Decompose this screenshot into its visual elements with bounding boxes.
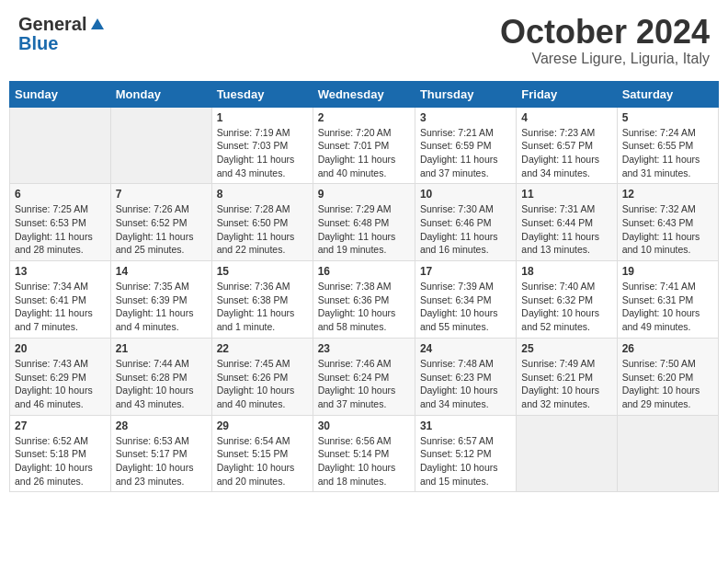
day-number: 26 [622,342,713,355]
logo-icon [89,17,106,33]
calendar-day-cell: 13Sunrise: 7:34 AMSunset: 6:41 PMDayligh… [10,261,111,339]
calendar-day-cell: 19Sunrise: 7:41 AMSunset: 6:31 PMDayligh… [617,261,718,339]
calendar-day-cell: 6Sunrise: 7:25 AMSunset: 6:53 PMDaylight… [10,184,111,261]
calendar-week-row: 1Sunrise: 7:19 AMSunset: 7:03 PMDaylight… [10,107,719,184]
day-number: 15 [217,265,308,278]
calendar-day-cell: 4Sunrise: 7:23 AMSunset: 6:57 PMDaylight… [517,107,617,184]
calendar-day-cell: 8Sunrise: 7:28 AMSunset: 6:50 PMDaylight… [211,184,313,261]
day-info: Sunrise: 7:36 AMSunset: 6:38 PMDaylight:… [217,280,308,334]
day-info: Sunrise: 7:38 AMSunset: 6:36 PMDaylight:… [318,280,410,334]
day-number: 17 [420,265,511,278]
day-number: 4 [521,111,611,124]
svg-marker-0 [91,18,104,29]
calendar-day-cell: 16Sunrise: 7:38 AMSunset: 6:36 PMDayligh… [313,261,415,339]
day-info: Sunrise: 7:44 AMSunset: 6:28 PMDaylight:… [116,357,207,411]
calendar-week-row: 13Sunrise: 7:34 AMSunset: 6:41 PMDayligh… [10,261,719,339]
calendar-day-cell: 18Sunrise: 7:40 AMSunset: 6:32 PMDayligh… [517,261,617,339]
day-info: Sunrise: 7:21 AMSunset: 6:59 PMDaylight:… [420,126,511,180]
day-number: 23 [318,342,410,355]
calendar-day-cell: 23Sunrise: 7:46 AMSunset: 6:24 PMDayligh… [313,338,415,415]
day-info: Sunrise: 7:34 AMSunset: 6:41 PMDaylight:… [15,280,106,334]
weekday-header: Thursday [415,81,516,107]
calendar-day-cell [617,415,718,492]
calendar-day-cell: 5Sunrise: 7:24 AMSunset: 6:55 PMDaylight… [617,107,718,184]
calendar-day-cell: 10Sunrise: 7:30 AMSunset: 6:46 PMDayligh… [415,184,516,261]
day-number: 18 [521,265,611,278]
calendar-week-row: 20Sunrise: 7:43 AMSunset: 6:29 PMDayligh… [10,338,719,415]
day-number: 14 [116,265,207,278]
calendar-day-cell: 11Sunrise: 7:31 AMSunset: 6:44 PMDayligh… [517,184,617,261]
day-number: 20 [15,342,106,355]
month-title: October 2024 [500,14,710,51]
calendar-day-cell: 1Sunrise: 7:19 AMSunset: 7:03 PMDaylight… [211,107,313,184]
day-info: Sunrise: 7:43 AMSunset: 6:29 PMDaylight:… [15,357,106,411]
calendar-header-row: SundayMondayTuesdayWednesdayThursdayFrid… [10,81,719,107]
logo: General Blue [18,14,107,54]
day-info: Sunrise: 7:23 AMSunset: 6:57 PMDaylight:… [521,126,611,180]
logo-general: General [18,14,86,35]
day-info: Sunrise: 7:45 AMSunset: 6:26 PMDaylight:… [217,357,308,411]
day-number: 27 [15,419,106,432]
calendar-day-cell: 12Sunrise: 7:32 AMSunset: 6:43 PMDayligh… [617,184,718,261]
calendar-day-cell: 17Sunrise: 7:39 AMSunset: 6:34 PMDayligh… [415,261,516,339]
calendar-day-cell: 30Sunrise: 6:56 AMSunset: 5:14 PMDayligh… [313,415,415,492]
calendar-day-cell [517,415,617,492]
day-info: Sunrise: 7:46 AMSunset: 6:24 PMDaylight:… [318,357,410,411]
day-number: 8 [217,188,308,201]
calendar-day-cell: 14Sunrise: 7:35 AMSunset: 6:39 PMDayligh… [110,261,211,339]
day-info: Sunrise: 7:19 AMSunset: 7:03 PMDaylight:… [217,126,308,180]
weekday-header: Sunday [10,81,111,107]
calendar-day-cell: 2Sunrise: 7:20 AMSunset: 7:01 PMDaylight… [313,107,415,184]
location-title: Varese Ligure, Liguria, Italy [500,51,710,67]
day-number: 22 [217,342,308,355]
calendar-day-cell: 9Sunrise: 7:29 AMSunset: 6:48 PMDaylight… [313,184,415,261]
day-info: Sunrise: 6:53 AMSunset: 5:17 PMDaylight:… [116,434,207,488]
calendar-day-cell: 15Sunrise: 7:36 AMSunset: 6:38 PMDayligh… [211,261,313,339]
weekday-header: Wednesday [313,81,415,107]
calendar-day-cell [110,107,211,184]
day-info: Sunrise: 7:41 AMSunset: 6:31 PMDaylight:… [622,280,713,334]
day-info: Sunrise: 6:54 AMSunset: 5:15 PMDaylight:… [217,434,308,488]
day-info: Sunrise: 7:31 AMSunset: 6:44 PMDaylight:… [521,202,611,257]
calendar-week-row: 27Sunrise: 6:52 AMSunset: 5:18 PMDayligh… [10,415,719,492]
calendar-day-cell: 20Sunrise: 7:43 AMSunset: 6:29 PMDayligh… [10,338,111,415]
weekday-header: Saturday [617,81,718,107]
day-info: Sunrise: 7:30 AMSunset: 6:46 PMDaylight:… [420,202,511,257]
calendar-day-cell [10,107,111,184]
day-number: 10 [420,188,511,201]
day-number: 2 [318,111,410,124]
calendar-day-cell: 7Sunrise: 7:26 AMSunset: 6:52 PMDaylight… [110,184,211,261]
weekday-header: Tuesday [211,81,313,107]
day-info: Sunrise: 7:48 AMSunset: 6:23 PMDaylight:… [420,357,511,411]
day-number: 11 [521,188,611,201]
day-info: Sunrise: 7:20 AMSunset: 7:01 PMDaylight:… [318,126,410,180]
calendar-day-cell: 27Sunrise: 6:52 AMSunset: 5:18 PMDayligh… [10,415,111,492]
day-info: Sunrise: 7:32 AMSunset: 6:43 PMDaylight:… [622,202,713,257]
day-number: 30 [318,419,410,432]
day-info: Sunrise: 6:57 AMSunset: 5:12 PMDaylight:… [420,434,511,488]
day-number: 13 [15,265,106,278]
day-number: 3 [420,111,511,124]
day-number: 9 [318,188,410,201]
day-info: Sunrise: 7:39 AMSunset: 6:34 PMDaylight:… [420,280,511,334]
day-info: Sunrise: 7:35 AMSunset: 6:39 PMDaylight:… [116,280,207,334]
calendar-day-cell: 26Sunrise: 7:50 AMSunset: 6:20 PMDayligh… [617,338,718,415]
day-number: 31 [420,419,511,432]
weekday-header: Friday [517,81,617,107]
calendar-day-cell: 22Sunrise: 7:45 AMSunset: 6:26 PMDayligh… [211,338,313,415]
calendar-day-cell: 31Sunrise: 6:57 AMSunset: 5:12 PMDayligh… [415,415,516,492]
day-number: 28 [116,419,207,432]
day-number: 16 [318,265,410,278]
day-info: Sunrise: 7:49 AMSunset: 6:21 PMDaylight:… [521,357,611,411]
day-number: 12 [622,188,713,201]
day-info: Sunrise: 6:52 AMSunset: 5:18 PMDaylight:… [15,434,106,488]
logo-blue: Blue [18,33,58,54]
calendar-day-cell: 25Sunrise: 7:49 AMSunset: 6:21 PMDayligh… [517,338,617,415]
day-number: 7 [116,188,207,201]
day-number: 5 [622,111,713,124]
calendar-table: SundayMondayTuesdayWednesdayThursdayFrid… [9,81,719,493]
calendar-day-cell: 3Sunrise: 7:21 AMSunset: 6:59 PMDaylight… [415,107,516,184]
day-info: Sunrise: 7:25 AMSunset: 6:53 PMDaylight:… [15,202,106,257]
weekday-header: Monday [110,81,211,107]
day-info: Sunrise: 7:29 AMSunset: 6:48 PMDaylight:… [318,202,410,257]
